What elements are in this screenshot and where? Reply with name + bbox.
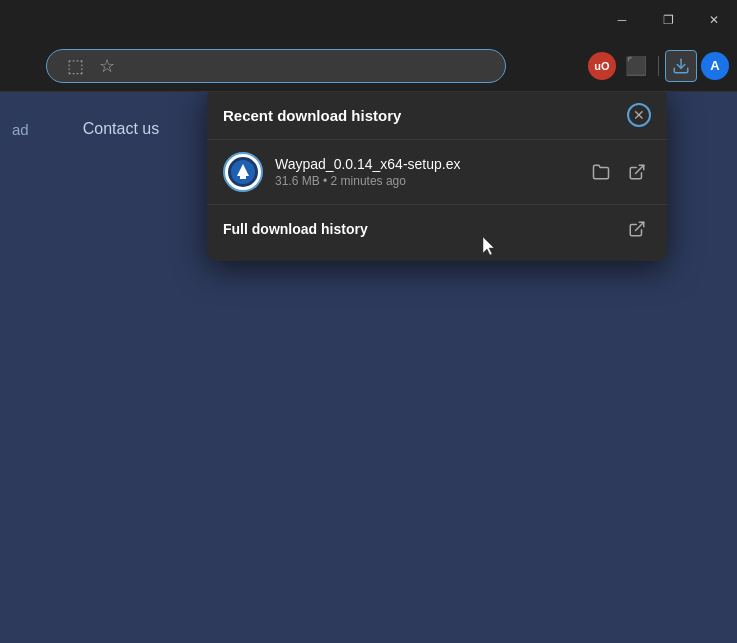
download-filename: Waypad_0.0.14_x64-setup.ex: [275, 156, 575, 172]
close-icon: ✕: [709, 13, 719, 27]
download-meta: 31.6 MB • 2 minutes ago: [275, 174, 575, 188]
nav-item-contact-us[interactable]: Contact us: [71, 112, 171, 146]
popup-close-button[interactable]: ✕: [627, 103, 651, 127]
folder-icon: [592, 163, 610, 181]
maximize-button[interactable]: ❐: [645, 0, 691, 40]
avatar-label: A: [710, 58, 719, 73]
waypad-logo-icon: [227, 156, 259, 188]
download-button[interactable]: [665, 50, 697, 82]
address-bar-container: ⬚ ☆: [46, 49, 506, 83]
avatar[interactable]: A: [701, 52, 729, 80]
full-history-external-link-icon: [628, 220, 646, 238]
address-bar[interactable]: ⬚ ☆: [46, 49, 506, 83]
svg-rect-4: [240, 176, 246, 179]
full-history-label: Full download history: [223, 221, 368, 237]
popup-title: Recent download history: [223, 107, 401, 124]
svg-line-5: [636, 165, 644, 173]
download-icon: [672, 57, 690, 75]
minimize-icon: ─: [618, 13, 627, 27]
download-file-icon: [223, 152, 263, 192]
svg-line-6: [636, 222, 644, 230]
ublock-icon[interactable]: uO: [588, 52, 616, 80]
titlebar: ─ ❐ ✕: [0, 0, 737, 40]
webpage-content: ad Contact us Recent download history ✕ …: [0, 92, 737, 643]
popup-header: Recent download history ✕: [207, 92, 667, 140]
browser-toolbar: ⬚ ☆ uO ⬛ A: [0, 40, 737, 92]
ublock-label: uO: [594, 60, 609, 72]
screenshot-button[interactable]: ⬚: [59, 50, 91, 82]
extensions-button[interactable]: ⬛: [620, 50, 652, 82]
toolbar-right: uO ⬛ A: [588, 50, 729, 82]
open-folder-button[interactable]: [587, 158, 615, 186]
toolbar-divider: [658, 56, 659, 76]
download-item: Waypad_0.0.14_x64-setup.ex 31.6 MB • 2 m…: [207, 140, 667, 204]
download-actions: [587, 158, 651, 186]
popup-close-icon: ✕: [633, 107, 645, 123]
full-history-link[interactable]: Full download history: [207, 204, 667, 257]
full-history-open-button[interactable]: [623, 215, 651, 243]
open-file-button[interactable]: [623, 158, 651, 186]
download-info: Waypad_0.0.14_x64-setup.ex 31.6 MB • 2 m…: [275, 156, 575, 188]
external-link-icon: [628, 163, 646, 181]
close-button[interactable]: ✕: [691, 0, 737, 40]
nav-item-ad: ad: [0, 113, 41, 146]
bookmark-button[interactable]: ☆: [91, 50, 123, 82]
titlebar-controls: ─ ❐ ✕: [599, 0, 737, 40]
download-popup: Recent download history ✕ Waypad_0.0.14_…: [207, 92, 667, 261]
maximize-icon: ❐: [663, 13, 674, 27]
minimize-button[interactable]: ─: [599, 0, 645, 40]
